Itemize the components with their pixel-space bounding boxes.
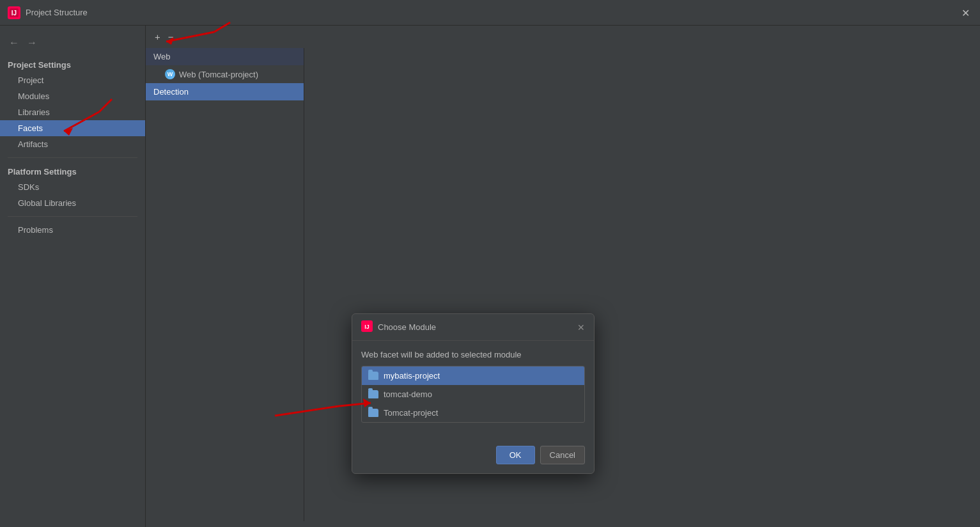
title-bar: IJ Project Structure ✕: [0, 0, 980, 26]
modal-body: Web facet will be added to selected modu…: [352, 341, 594, 441]
remove-facet-button[interactable]: −: [166, 31, 176, 43]
folder-icon: [368, 390, 378, 398]
sidebar-item-facets[interactable]: Facets: [0, 120, 145, 136]
sidebar-item-modules[interactable]: Modules: [0, 88, 145, 104]
sidebar-item-project[interactable]: Project: [0, 72, 145, 88]
module-item-tomcat-demo[interactable]: tomcat-demo: [362, 385, 584, 404]
nav-buttons: ← →: [0, 32, 145, 56]
modal-footer: OK Cancel: [352, 441, 594, 473]
sidebar-item-global-libraries[interactable]: Global Libraries: [0, 195, 145, 211]
window-close-button[interactable]: ✕: [961, 6, 970, 19]
modal-close-button[interactable]: ✕: [577, 322, 585, 333]
sidebar-item-libraries[interactable]: Libraries: [0, 104, 145, 120]
modal-app-icon: IJ: [361, 320, 373, 334]
module-item-tomcat-project[interactable]: Tomcat-project: [362, 404, 584, 422]
modal-titlebar: IJ Choose Module ✕: [352, 314, 594, 341]
project-settings-header: Project Settings: [0, 56, 145, 72]
sidebar-item-sdks[interactable]: SDKs: [0, 179, 145, 195]
ok-button[interactable]: OK: [496, 446, 535, 464]
sidebar-divider: [8, 157, 137, 158]
cancel-button[interactable]: Cancel: [540, 446, 585, 464]
choose-module-dialog: IJ Choose Module ✕ Web facet will be add…: [352, 313, 595, 474]
sidebar-item-problems[interactable]: Problems: [0, 222, 145, 238]
modal-title: Choose Module: [378, 322, 572, 332]
platform-settings-header: Platform Settings: [0, 163, 145, 179]
facets-toolbar: + −: [146, 26, 980, 48]
window-title: Project Structure: [26, 8, 88, 17]
svg-text:IJ: IJ: [12, 10, 17, 17]
facets-list-item-detection[interactable]: Detection: [146, 83, 304, 100]
back-button[interactable]: ←: [6, 36, 22, 50]
facets-list-panel: Web W Web (Tomcat-project) Detection: [146, 48, 304, 521]
module-list: mybatis-project tomcat-demo Tomcat-proje…: [361, 366, 585, 423]
add-facet-button[interactable]: +: [152, 31, 163, 43]
app-icon: IJ: [8, 6, 20, 19]
sidebar: ← → Project Settings Project Modules Lib…: [0, 26, 146, 527]
sidebar-divider-2: [8, 216, 137, 217]
facets-list-item-web-tomcat[interactable]: W Web (Tomcat-project): [146, 65, 304, 83]
modal-description: Web facet will be added to selected modu…: [361, 350, 585, 359]
sidebar-item-artifacts[interactable]: Artifacts: [0, 136, 145, 152]
web-facet-icon: W: [165, 69, 175, 79]
folder-icon: [368, 409, 378, 417]
module-item-mybatis[interactable]: mybatis-project: [362, 366, 584, 385]
svg-text:IJ: IJ: [364, 324, 369, 330]
folder-icon: [368, 372, 378, 380]
facets-list-item-web-group[interactable]: Web: [146, 48, 304, 65]
forward-button[interactable]: →: [24, 36, 40, 50]
